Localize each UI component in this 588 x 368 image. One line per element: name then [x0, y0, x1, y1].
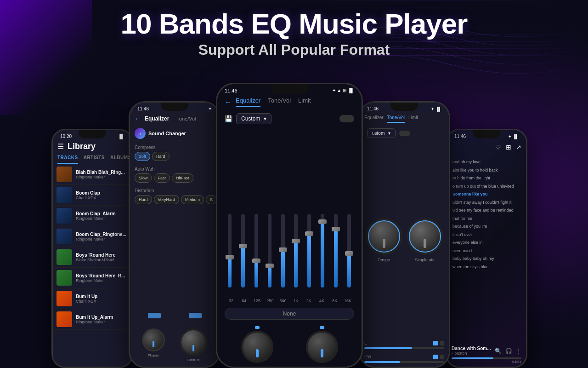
phone4-toggle[interactable]	[399, 131, 410, 136]
progress-row	[452, 357, 521, 359]
track-item[interactable]: Bum It Up_Alarm Ringtone Maker	[53, 309, 132, 330]
chorus-knob-section: Chorus	[180, 328, 207, 362]
distortion-medium-btn[interactable]: Medium	[181, 195, 204, 204]
track-thumb	[57, 270, 72, 286]
headphones-icon[interactable]: 🎧	[505, 348, 512, 354]
preset-value: Custom	[241, 115, 260, 122]
eq-track	[321, 214, 324, 288]
track-item[interactable]: Boys 'Round Here_R... Ringtone Maker	[53, 268, 132, 288]
more-icon[interactable]: ⋮	[516, 348, 521, 354]
eq-handle[interactable]	[332, 227, 340, 231]
distortion-s-btn[interactable]: S	[206, 195, 217, 204]
phone5-notch	[473, 130, 500, 138]
eq-handle[interactable]	[279, 247, 287, 252]
phaser-knob[interactable]	[142, 328, 165, 351]
eq-handle[interactable]	[252, 259, 260, 263]
eq-handle[interactable]	[305, 231, 313, 236]
tab-artists[interactable]: ARTISTS	[84, 155, 105, 164]
center-eq-header: ← Equalizer Tone/Vol Limit	[217, 95, 362, 110]
eq-handle[interactable]	[318, 219, 327, 224]
search-icon[interactable]: 🔍	[495, 348, 502, 354]
track-item[interactable]: Boys 'Round Here Blake Shelton&Pistol	[53, 247, 132, 268]
add-to-playlist-icon[interactable]: ↗	[516, 144, 521, 151]
eq-bar-8k	[330, 214, 341, 297]
track-name: Boom Clap_Ringtone...	[76, 232, 128, 237]
eq-handle[interactable]	[345, 251, 353, 256]
freq-64: 64	[237, 299, 250, 303]
track-name: Boom Clap	[76, 190, 128, 196]
eq-fill	[281, 251, 285, 288]
center-tab-eq[interactable]: Equalizer	[236, 97, 260, 107]
distortion-label: Distortion	[135, 188, 215, 193]
eq-handle[interactable]	[292, 239, 300, 243]
eq-toggle[interactable]	[339, 115, 354, 122]
ier-label: IER	[364, 355, 371, 359]
compress-label: Compress	[135, 145, 215, 150]
center-knob-1[interactable]	[241, 331, 273, 363]
track-item[interactable]: Blah Blah Blah_Ring... Ringtone Maker	[53, 164, 132, 185]
distortion-veryhard-btn[interactable]: VeryHard	[154, 195, 180, 204]
phone4-time: 11:46	[367, 106, 379, 111]
compress-soft-btn[interactable]: Soft	[135, 152, 150, 161]
preset-select[interactable]: Custom ▾	[236, 113, 271, 124]
tempo-knob[interactable]	[366, 218, 402, 255]
simplerate-knob[interactable]	[407, 218, 443, 255]
track-item[interactable]: Bum It Up Charli XCX	[53, 288, 132, 309]
phone-lyrics: 11:46 ✦ ▐▌ ♡ ⊞ ↗ and oh my love aint lik…	[446, 129, 527, 368]
phone4-tab-limit[interactable]: Limit	[408, 115, 418, 123]
tone-vol-tab[interactable]: Tone/Vol	[176, 116, 196, 121]
eq-handle[interactable]	[239, 244, 247, 248]
track-item[interactable]: Boom Clap_Alarm Ringtone Maker	[53, 206, 132, 226]
compress-hard-btn[interactable]: Hard	[152, 152, 170, 161]
progress-bar[interactable]	[452, 357, 521, 359]
knob-row: Phaser Chorus	[130, 324, 219, 367]
eq-handle[interactable]	[266, 264, 274, 268]
center-tab-limit[interactable]: Limit	[298, 97, 311, 107]
autowah-fast-btn[interactable]: Fast	[154, 173, 170, 183]
library-title: Library	[68, 142, 96, 151]
track-item[interactable]: Boom Clap_Ringtone... Ringtone Maker	[53, 226, 132, 247]
phone4-icons: ✦ ▐▌	[431, 107, 441, 111]
song-title: Dance with Som...	[452, 346, 491, 351]
tab-albums[interactable]: ALBUMS	[110, 155, 131, 164]
sound-changer-section: ♪ Sound Changer	[130, 125, 219, 142]
center-knob-2[interactable]	[306, 331, 338, 363]
e-slider-fill	[364, 347, 412, 349]
phone4-tab-tonevol[interactable]: Tone/Vol	[387, 115, 405, 123]
reverb-select[interactable]: None	[225, 308, 354, 320]
chorus-knob[interactable]	[180, 328, 207, 356]
hamburger-icon[interactable]: ☰	[57, 142, 64, 151]
ier-section: IER	[360, 353, 449, 367]
phone2-time: 11:46	[137, 106, 149, 111]
center-back-icon[interactable]: ←	[225, 98, 231, 106]
center-tabs: Equalizer Tone/Vol Limit	[236, 97, 311, 107]
ier-slider[interactable]	[364, 361, 444, 363]
track-thumb	[57, 291, 72, 306]
track-name: Boys 'Round Here_R...	[76, 273, 128, 278]
heart-icon[interactable]: ♡	[495, 144, 501, 151]
e-slider[interactable]	[364, 347, 444, 349]
phone4-notch	[390, 103, 418, 111]
center-icons: ✦ ▲ ⊞ ▐▌	[332, 88, 354, 93]
phone4-tab-eq[interactable]: Equalizer	[364, 115, 384, 123]
back-arrow-icon[interactable]: ←	[135, 115, 141, 122]
autowah-slow-btn[interactable]: Slow	[135, 173, 152, 183]
freq-250: 250	[264, 299, 277, 303]
tab-tracks[interactable]: TRACKS	[57, 155, 78, 164]
track-thumb	[57, 311, 72, 327]
lyrics-content: 11:46 ✦ ▐▌ ♡ ⊞ ↗ and oh my love aint lik…	[447, 130, 526, 367]
eq-icon[interactable]: ⊞	[506, 144, 511, 151]
simplerate-label: Simplerate	[415, 258, 435, 262]
track-item[interactable]: Boom Clap Charli XCX	[53, 185, 132, 206]
autowah-hitfast-btn[interactable]: HitFast	[172, 173, 193, 183]
phone4-preset-row: ustom ▾	[360, 126, 449, 141]
e-label: E	[364, 341, 367, 345]
phone1-time: 10:20	[60, 134, 72, 139]
eq-fill	[254, 262, 258, 288]
library-tabs[interactable]: TRACKS ARTISTS ALBUMS	[53, 155, 132, 164]
center-tab-tonevol[interactable]: Tone/Vol	[268, 97, 291, 107]
lyric-line: uldn't stay away I couldn't fight it	[452, 200, 520, 206]
distortion-hard-btn[interactable]: Hard	[135, 195, 152, 204]
phone4-preset-select[interactable]: ustom ▾	[367, 128, 396, 138]
eq-handle[interactable]	[226, 255, 234, 259]
